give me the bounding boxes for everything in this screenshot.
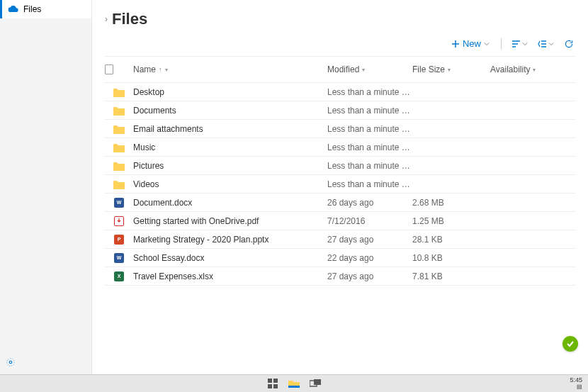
column-availability[interactable]: Availability ▾ [490, 65, 575, 74]
docx-icon: W [114, 198, 124, 208]
svg-point-4 [7, 359, 15, 366]
toolbar: New [92, 34, 588, 56]
chevron-down-icon [484, 41, 490, 47]
table-row[interactable]: DesktopLess than a minute ago [105, 83, 575, 101]
row-size: 7.81 KB [412, 271, 490, 281]
row-size: 1.25 MB [412, 216, 490, 226]
folder-icon [113, 179, 125, 189]
column-name[interactable]: Name ↑ ▾ [133, 65, 327, 74]
chevron-down-icon: ▾ [533, 67, 536, 73]
table-row[interactable]: PMarketing Strategy - 2020 Plan.pptx27 d… [105, 230, 575, 249]
group-icon [538, 40, 548, 48]
gear-icon [6, 357, 16, 367]
row-type-icon: P [113, 234, 125, 245]
sort-button[interactable] [510, 38, 529, 50]
page-title: Files [112, 10, 147, 28]
row-size: 10.8 KB [412, 253, 490, 263]
column-modified[interactable]: Modified ▾ [327, 65, 412, 74]
row-name: Desktop [133, 87, 327, 97]
file-table: Name ↑ ▾ Modified ▾ File Size ▾ Availabi… [92, 56, 588, 286]
folder-icon [113, 124, 125, 134]
table-row[interactable]: WSchool Essay.docx22 days ago10.8 KB [105, 249, 575, 267]
clock-time: 5:45 [570, 376, 582, 383]
chevron-down-icon [522, 41, 528, 47]
header: › Files [92, 0, 588, 34]
row-size: 28.1 KB [412, 235, 490, 245]
refresh-button[interactable] [562, 38, 575, 50]
table-row[interactable]: XTravel Expenses.xlsx27 days ago7.81 KB [105, 267, 575, 286]
svg-rect-13 [268, 379, 272, 383]
taskview-icon [310, 379, 321, 388]
row-modified: 26 days ago [327, 198, 412, 208]
taskbar: 5:45 ▤ [0, 374, 588, 392]
toolbar-divider [501, 38, 502, 50]
chevron-down-icon: ▾ [165, 67, 168, 73]
check-icon [566, 340, 575, 348]
cloud-icon [8, 4, 19, 15]
row-modified: Less than a minute ago [327, 124, 412, 134]
svg-rect-19 [314, 379, 321, 385]
row-name: Travel Expenses.xlsx [133, 271, 327, 281]
file-icon [105, 65, 113, 74]
column-availability-label: Availability [490, 65, 530, 74]
refresh-icon [564, 39, 574, 49]
column-size[interactable]: File Size ▾ [412, 65, 490, 74]
row-type-icon [113, 160, 125, 172]
file-explorer-button[interactable] [288, 377, 300, 390]
sidebar-item-files[interactable]: Files [0, 0, 91, 18]
row-modified: Less than a minute ago [327, 142, 412, 152]
row-type-icon [113, 215, 125, 227]
sidebar: Files [0, 0, 92, 374]
row-type-icon [113, 86, 125, 98]
clock[interactable]: 5:45 ▤ [570, 376, 582, 391]
svg-rect-14 [273, 379, 278, 383]
table-row[interactable]: DocumentsLess than a minute ago [105, 101, 575, 120]
sync-status-badge[interactable] [562, 336, 578, 352]
folder-icon [113, 161, 125, 171]
breadcrumb-chevron-icon[interactable]: › [105, 14, 108, 24]
row-name: Marketing Strategy - 2020 Plan.pptx [133, 235, 327, 245]
row-type-icon: W [113, 252, 125, 264]
svg-rect-17 [288, 386, 300, 388]
row-name: Music [133, 142, 327, 152]
row-type-icon: X [113, 271, 125, 282]
row-name: Getting started with OneDrive.pdf [133, 216, 327, 226]
row-type-icon [113, 123, 125, 135]
row-name: Pictures [133, 161, 327, 171]
sort-asc-icon: ↑ [159, 66, 162, 73]
table-row[interactable]: MusicLess than a minute ago [105, 138, 575, 157]
svg-point-3 [9, 361, 12, 364]
row-type-icon [113, 179, 125, 190]
row-name: Documents [133, 106, 327, 116]
row-modified: 27 days ago [327, 235, 412, 245]
table-header: Name ↑ ▾ Modified ▾ File Size ▾ Availabi… [105, 56, 575, 83]
chevron-down-icon: ▾ [362, 67, 365, 73]
pptx-icon: P [114, 235, 124, 245]
row-name: Videos [133, 179, 327, 189]
row-modified: Less than a minute ago [327, 87, 412, 97]
column-type-icon[interactable] [105, 65, 133, 74]
xlsx-icon: X [114, 271, 124, 281]
table-row[interactable]: Getting started with OneDrive.pdf7/12/20… [105, 212, 575, 230]
row-modified: Less than a minute ago [327, 179, 412, 189]
notification-icon[interactable]: ▤ [570, 383, 582, 391]
folder-icon [113, 142, 125, 152]
table-row[interactable]: Email attachmentsLess than a minute ago [105, 120, 575, 138]
docx-icon: W [114, 253, 124, 263]
row-name: School Essay.docx [133, 253, 327, 263]
sidebar-item-label: Files [23, 4, 41, 14]
start-button[interactable] [266, 377, 279, 390]
column-modified-label: Modified [327, 65, 359, 74]
task-view-button[interactable] [309, 377, 322, 390]
table-row[interactable]: PicturesLess than a minute ago [105, 157, 575, 175]
group-button[interactable] [536, 38, 555, 50]
row-name: Email attachments [133, 124, 327, 134]
new-button[interactable]: New [448, 37, 492, 50]
row-modified: 7/12/2016 [327, 216, 412, 226]
main-area: › Files New Name ↑ ▾ [92, 0, 588, 374]
row-modified: Less than a minute ago [327, 106, 412, 116]
table-row[interactable]: VideosLess than a minute ago [105, 175, 575, 194]
sidebar-settings[interactable] [0, 353, 92, 374]
windows-icon [268, 379, 278, 388]
table-row[interactable]: WDocument.docx26 days ago2.68 MB [105, 194, 575, 212]
